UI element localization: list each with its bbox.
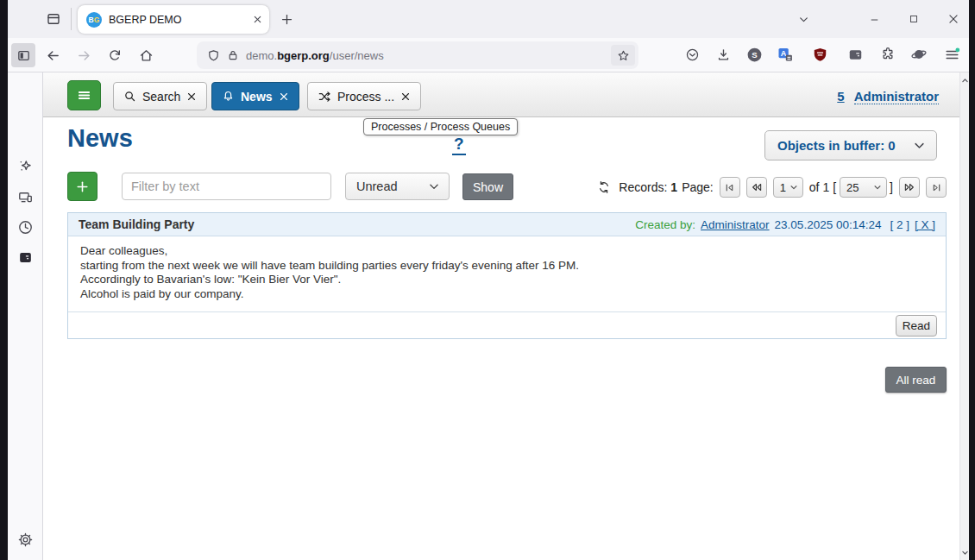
chevron-down-icon <box>428 180 440 192</box>
synced-tabs-button[interactable] <box>12 184 38 210</box>
window-edge-right <box>969 0 975 560</box>
home-button[interactable] <box>134 43 158 67</box>
of-label: of1[ <box>809 180 836 194</box>
tab-close-icon[interactable] <box>400 91 411 102</box>
tab-process-label: Process ... <box>337 90 394 104</box>
extension-s-button[interactable]: S <box>743 43 765 66</box>
settings-button[interactable] <box>12 526 38 552</box>
page-label: Page: <box>682 180 714 194</box>
translate-icon: A <box>777 46 794 63</box>
last-page-button[interactable] <box>926 177 947 198</box>
back-arrow-icon <box>46 48 60 63</box>
browser-titlebar: BG BGERP DEMO <box>8 0 969 38</box>
new-tab-button[interactable] <box>274 6 299 32</box>
show-button[interactable]: Show <box>462 173 513 200</box>
news-close-link[interactable]: [ X ] <box>915 218 935 231</box>
help-link[interactable]: ? <box>452 135 466 155</box>
bookmark-star-button[interactable] <box>611 45 635 66</box>
bell-icon <box>222 90 235 103</box>
back-button[interactable] <box>41 43 65 67</box>
container-button[interactable] <box>844 43 866 66</box>
refresh-icon[interactable] <box>597 180 611 194</box>
url-text: demo.bgerp.org/user/news <box>246 49 384 62</box>
status-filter-select[interactable]: Unread <box>345 173 450 200</box>
lock-icon[interactable] <box>227 49 239 61</box>
translate-button[interactable]: A <box>774 43 796 66</box>
buffer-count: 0 <box>888 138 895 153</box>
scroll-up-button[interactable] <box>960 74 969 86</box>
page-title: News <box>67 124 133 153</box>
page-scrollbar[interactable] <box>959 72 969 560</box>
tracking-shield-icon[interactable] <box>207 49 220 62</box>
all-read-button[interactable]: All read <box>885 367 947 393</box>
tab-process[interactable]: Process ... <box>307 82 421 110</box>
close-window-button[interactable] <box>940 6 966 32</box>
firefox-view-button[interactable] <box>41 6 66 32</box>
bgerp-menu-button[interactable] <box>67 80 101 110</box>
objects-buffer-dropdown[interactable]: Objects in buffer: 0 <box>764 130 937 160</box>
author-link[interactable]: Administrator <box>701 218 770 231</box>
tab-news-label: News <box>241 90 273 104</box>
extensions-puzzle-button[interactable] <box>877 43 899 66</box>
history-button[interactable] <box>12 214 38 240</box>
download-button[interactable] <box>712 43 734 66</box>
browser-window: BG BGERP DEMO <box>0 0 975 560</box>
app-menu-button[interactable] <box>940 43 963 66</box>
plus-icon <box>75 179 90 194</box>
bracket-close: ] <box>890 180 893 194</box>
clock-icon <box>17 219 34 236</box>
devices-icon <box>17 189 34 205</box>
tab-search[interactable]: Search <box>113 82 207 110</box>
maximize-button[interactable] <box>901 6 927 32</box>
shuffle-icon <box>318 90 331 104</box>
browser-tab[interactable]: BG BGERP DEMO <box>78 5 269 34</box>
page-select-value: 1 <box>780 181 786 194</box>
download-icon <box>716 47 731 62</box>
bookmarks-card-icon <box>17 249 34 266</box>
ai-chat-button[interactable] <box>12 153 38 179</box>
planet-button[interactable] <box>908 43 930 66</box>
filter-input[interactable] <box>122 173 331 200</box>
svg-text:S: S <box>752 50 758 60</box>
status-filter-value: Unread <box>356 179 398 193</box>
sidebar-toggle-button[interactable] <box>11 43 35 67</box>
process-tab-tooltip: Processes / Process Queues <box>363 118 518 135</box>
forward-arrow-icon <box>77 48 91 63</box>
firefox-view-icon <box>46 11 61 27</box>
tab-close-icon[interactable] <box>279 91 289 102</box>
plus-icon <box>280 13 293 26</box>
news-card: Team Building Party Created by: Administ… <box>67 212 947 339</box>
pocket-button[interactable] <box>681 43 703 66</box>
puzzle-icon <box>880 47 896 62</box>
per-page-select[interactable]: 25 <box>840 177 887 198</box>
add-news-button[interactable] <box>67 172 98 201</box>
prev-page-button[interactable] <box>746 177 767 198</box>
reload-button[interactable] <box>103 43 127 67</box>
next-page-button[interactable] <box>899 177 920 198</box>
chevron-down-icon <box>789 183 798 192</box>
bookmarks-button[interactable] <box>12 244 38 270</box>
first-page-button[interactable] <box>720 177 740 198</box>
minimize-icon <box>869 14 880 25</box>
forward-button[interactable] <box>72 43 96 67</box>
user-number-link[interactable]: 5 <box>837 89 844 104</box>
per-page-value: 25 <box>846 181 859 194</box>
gear-icon <box>17 532 34 548</box>
read-button[interactable]: Read <box>896 315 937 337</box>
bgerp-header: Search News <box>43 72 959 117</box>
page-select[interactable]: 1 <box>773 177 803 198</box>
s-badge-icon: S <box>745 46 764 64</box>
tab-close-icon[interactable] <box>186 91 197 102</box>
minimize-button[interactable] <box>861 6 887 32</box>
tab-list-button[interactable] <box>790 6 816 32</box>
url-bar[interactable]: demo.bgerp.org/user/news <box>197 41 638 69</box>
user-name-link[interactable]: Administrator <box>854 89 939 104</box>
ublock-button[interactable] <box>808 43 831 66</box>
web-page: Search News <box>43 72 959 560</box>
scroll-down-button[interactable] <box>960 546 969 558</box>
tab-close-icon[interactable] <box>253 15 262 24</box>
news-id-link[interactable]: [ 2 ] <box>890 218 909 231</box>
hamburger-icon <box>944 47 960 63</box>
tab-news[interactable]: News <box>211 82 299 110</box>
browser-tab-title: BGERP DEMO <box>109 14 246 26</box>
